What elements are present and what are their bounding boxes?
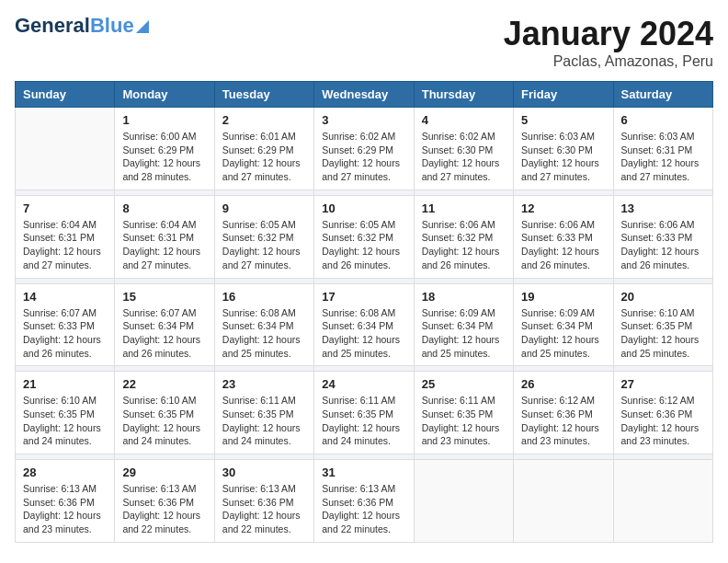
day-number: 8	[122, 201, 206, 215]
day-number: 27	[621, 377, 705, 391]
day-number: 18	[422, 290, 506, 304]
day-number: 6	[621, 113, 705, 127]
calendar-subtitle: Paclas, Amazonas, Peru	[504, 53, 713, 70]
calendar-day-cell: 4Sunrise: 6:02 AMSunset: 6:30 PMDaylight…	[414, 108, 513, 190]
day-info: Sunrise: 6:02 AMSunset: 6:30 PMDaylight:…	[422, 130, 506, 184]
day-of-week-header: Thursday	[414, 82, 513, 108]
calendar-table: SundayMondayTuesdayWednesdayThursdayFrid…	[15, 81, 713, 543]
day-of-week-header: Friday	[514, 82, 613, 108]
day-info: Sunrise: 6:11 AMSunset: 6:35 PMDaylight:…	[322, 394, 405, 448]
logo: GeneralBlue	[15, 15, 149, 37]
day-info: Sunrise: 6:07 AMSunset: 6:34 PMDaylight:…	[122, 306, 206, 361]
logo-text: GeneralBlue	[15, 15, 134, 37]
day-number: 16	[222, 290, 306, 304]
calendar-week-row: 21Sunrise: 6:10 AMSunset: 6:35 PMDayligh…	[16, 372, 713, 454]
calendar-day-cell: 23Sunrise: 6:11 AMSunset: 6:35 PMDayligh…	[214, 372, 313, 454]
day-number: 31	[322, 465, 405, 479]
day-info: Sunrise: 6:04 AMSunset: 6:31 PMDaylight:…	[23, 218, 107, 272]
calendar-day-cell: 22Sunrise: 6:10 AMSunset: 6:35 PMDayligh…	[115, 372, 214, 454]
day-number: 22	[122, 377, 206, 391]
calendar-day-cell: 26Sunrise: 6:12 AMSunset: 6:36 PMDayligh…	[514, 372, 613, 454]
day-info: Sunrise: 6:04 AMSunset: 6:31 PMDaylight:…	[122, 218, 206, 272]
day-info: Sunrise: 6:13 AMSunset: 6:36 PMDaylight:…	[23, 482, 107, 536]
day-info: Sunrise: 6:10 AMSunset: 6:35 PMDaylight:…	[122, 394, 206, 448]
day-number: 26	[521, 377, 605, 391]
day-info: Sunrise: 6:13 AMSunset: 6:36 PMDaylight:…	[122, 482, 206, 536]
day-of-week-header: Saturday	[613, 82, 712, 108]
day-number: 19	[521, 290, 605, 304]
day-info: Sunrise: 6:06 AMSunset: 6:33 PMDaylight:…	[621, 218, 705, 272]
day-number: 4	[422, 113, 506, 127]
calendar-day-cell: 27Sunrise: 6:12 AMSunset: 6:36 PMDayligh…	[613, 372, 712, 454]
calendar-day-cell	[16, 108, 115, 190]
calendar-day-cell: 16Sunrise: 6:08 AMSunset: 6:34 PMDayligh…	[214, 283, 313, 366]
day-info: Sunrise: 6:13 AMSunset: 6:36 PMDaylight:…	[222, 482, 306, 536]
day-number: 17	[322, 290, 405, 304]
calendar-day-cell: 3Sunrise: 6:02 AMSunset: 6:29 PMDaylight…	[314, 108, 414, 190]
calendar-body: 1Sunrise: 6:00 AMSunset: 6:29 PMDaylight…	[16, 108, 713, 543]
day-info: Sunrise: 6:00 AMSunset: 6:29 PMDaylight:…	[122, 130, 206, 184]
day-info: Sunrise: 6:11 AMSunset: 6:35 PMDaylight:…	[422, 394, 506, 448]
calendar-day-cell: 24Sunrise: 6:11 AMSunset: 6:35 PMDayligh…	[314, 372, 414, 454]
day-of-week-header: Tuesday	[214, 82, 313, 108]
day-of-week-header: Wednesday	[314, 82, 414, 108]
calendar-day-cell: 25Sunrise: 6:11 AMSunset: 6:35 PMDayligh…	[414, 372, 513, 454]
calendar-week-row: 28Sunrise: 6:13 AMSunset: 6:36 PMDayligh…	[16, 460, 713, 543]
day-of-week-header: Sunday	[16, 82, 115, 108]
day-number: 7	[23, 201, 107, 215]
day-number: 11	[422, 201, 506, 215]
day-info: Sunrise: 6:01 AMSunset: 6:29 PMDaylight:…	[222, 130, 306, 184]
calendar-day-cell: 1Sunrise: 6:00 AMSunset: 6:29 PMDaylight…	[115, 108, 214, 190]
calendar-day-cell: 10Sunrise: 6:05 AMSunset: 6:32 PMDayligh…	[314, 195, 414, 278]
day-info: Sunrise: 6:06 AMSunset: 6:32 PMDaylight:…	[422, 218, 506, 272]
day-number: 5	[521, 113, 605, 127]
day-number: 9	[222, 201, 306, 215]
day-number: 23	[222, 377, 306, 391]
day-number: 14	[23, 290, 107, 304]
day-number: 10	[322, 201, 405, 215]
day-info: Sunrise: 6:03 AMSunset: 6:30 PMDaylight:…	[521, 130, 605, 184]
calendar-day-cell: 11Sunrise: 6:06 AMSunset: 6:32 PMDayligh…	[414, 195, 513, 278]
calendar-day-cell: 19Sunrise: 6:09 AMSunset: 6:34 PMDayligh…	[514, 283, 613, 366]
calendar-day-cell: 15Sunrise: 6:07 AMSunset: 6:34 PMDayligh…	[115, 283, 214, 366]
day-info: Sunrise: 6:05 AMSunset: 6:32 PMDaylight:…	[322, 218, 405, 272]
day-info: Sunrise: 6:10 AMSunset: 6:35 PMDaylight:…	[23, 394, 107, 448]
day-info: Sunrise: 6:05 AMSunset: 6:32 PMDaylight:…	[222, 218, 306, 272]
calendar-day-cell: 8Sunrise: 6:04 AMSunset: 6:31 PMDaylight…	[115, 195, 214, 278]
day-info: Sunrise: 6:08 AMSunset: 6:34 PMDaylight:…	[222, 306, 306, 361]
calendar-day-cell: 7Sunrise: 6:04 AMSunset: 6:31 PMDaylight…	[16, 195, 115, 278]
calendar-day-cell: 18Sunrise: 6:09 AMSunset: 6:34 PMDayligh…	[414, 283, 513, 366]
day-number: 2	[222, 113, 306, 127]
day-number: 3	[322, 113, 405, 127]
calendar-week-row: 1Sunrise: 6:00 AMSunset: 6:29 PMDaylight…	[16, 108, 713, 190]
calendar-week-row: 14Sunrise: 6:07 AMSunset: 6:33 PMDayligh…	[16, 283, 713, 366]
day-info: Sunrise: 6:09 AMSunset: 6:34 PMDaylight:…	[521, 306, 605, 361]
calendar-day-cell: 29Sunrise: 6:13 AMSunset: 6:36 PMDayligh…	[115, 460, 214, 543]
calendar-header: SundayMondayTuesdayWednesdayThursdayFrid…	[16, 82, 713, 108]
calendar-day-cell: 9Sunrise: 6:05 AMSunset: 6:32 PMDaylight…	[214, 195, 313, 278]
day-info: Sunrise: 6:02 AMSunset: 6:29 PMDaylight:…	[322, 130, 405, 184]
day-info: Sunrise: 6:10 AMSunset: 6:35 PMDaylight:…	[621, 306, 705, 361]
day-info: Sunrise: 6:09 AMSunset: 6:34 PMDaylight:…	[422, 306, 506, 361]
day-number: 15	[122, 290, 206, 304]
day-number: 29	[122, 465, 206, 479]
calendar-day-cell: 2Sunrise: 6:01 AMSunset: 6:29 PMDaylight…	[214, 108, 313, 190]
day-number: 20	[621, 290, 705, 304]
calendar-week-row: 7Sunrise: 6:04 AMSunset: 6:31 PMDaylight…	[16, 195, 713, 278]
calendar-day-cell: 12Sunrise: 6:06 AMSunset: 6:33 PMDayligh…	[514, 195, 613, 278]
calendar-day-cell: 30Sunrise: 6:13 AMSunset: 6:36 PMDayligh…	[214, 460, 313, 543]
calendar-day-cell	[414, 460, 513, 543]
day-info: Sunrise: 6:11 AMSunset: 6:35 PMDaylight:…	[222, 394, 306, 448]
day-info: Sunrise: 6:07 AMSunset: 6:33 PMDaylight:…	[23, 306, 107, 361]
calendar-day-cell: 13Sunrise: 6:06 AMSunset: 6:33 PMDayligh…	[613, 195, 712, 278]
calendar-day-cell: 21Sunrise: 6:10 AMSunset: 6:35 PMDayligh…	[16, 372, 115, 454]
calendar-day-cell: 31Sunrise: 6:13 AMSunset: 6:36 PMDayligh…	[314, 460, 414, 543]
day-number: 30	[222, 465, 306, 479]
calendar-day-cell	[514, 460, 613, 543]
day-info: Sunrise: 6:12 AMSunset: 6:36 PMDaylight:…	[521, 394, 605, 448]
day-number: 1	[122, 113, 206, 127]
title-block: January 2024 Paclas, Amazonas, Peru	[504, 15, 713, 70]
page-header: GeneralBlue January 2024 Paclas, Amazona…	[15, 15, 713, 70]
day-info: Sunrise: 6:12 AMSunset: 6:36 PMDaylight:…	[621, 394, 705, 448]
days-of-week-row: SundayMondayTuesdayWednesdayThursdayFrid…	[16, 82, 713, 108]
